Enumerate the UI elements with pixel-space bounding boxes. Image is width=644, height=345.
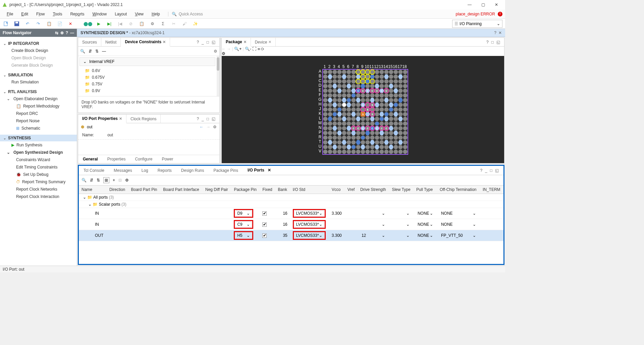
column-header[interactable]: Vref — [345, 186, 358, 194]
menu-edit[interactable]: Edit — [17, 12, 32, 16]
item-edit-timing[interactable]: Edit Timing Constraints — [0, 163, 77, 171]
close-tab-icon[interactable]: ✕ — [268, 168, 271, 172]
undo-button[interactable]: ↶ — [24, 20, 31, 27]
item-open-elaborated[interactable]: ⌄Open Elaborated Design — [0, 95, 77, 102]
column-header[interactable]: IN_TERM — [480, 186, 503, 194]
item-report-drc[interactable]: Report DRC — [0, 110, 77, 117]
column-header[interactable]: Pull Type — [414, 186, 437, 194]
item-run-synthesis[interactable]: ▶Run Synthesis — [0, 141, 77, 149]
item-create-block-design[interactable]: Create Block Design — [0, 47, 77, 54]
remove-icon[interactable]: — — [102, 49, 106, 54]
column-header[interactable]: Bank — [275, 186, 290, 194]
copy-icon[interactable]: 📋 — [46, 20, 52, 27]
settings-icon[interactable]: ⚙ — [149, 20, 156, 27]
menu-view[interactable]: View — [131, 12, 148, 16]
search-icon[interactable]: 🔍 — [82, 178, 87, 183]
link-icon[interactable]: ⬤⬤ — [85, 20, 91, 27]
nav-fwd-icon[interactable]: → — [227, 47, 231, 51]
column-header[interactable]: I/O Std — [290, 186, 329, 194]
tab-device[interactable]: Device✕ — [251, 38, 276, 46]
help-icon[interactable]: ? — [197, 40, 199, 45]
subtab-properties[interactable]: Properties — [103, 155, 130, 163]
gear-icon[interactable]: ⚙ — [222, 51, 225, 56]
design-error-label[interactable]: place_design ERROR — [456, 12, 495, 16]
minimize-button[interactable]: — — [463, 0, 476, 9]
item-constraints-wizard[interactable]: Constraints Wizard — [0, 156, 77, 163]
minimize-icon[interactable]: _ — [202, 40, 204, 45]
tab-reports[interactable]: Reports — [153, 166, 176, 175]
search-icon[interactable]: 🔍 — [80, 49, 85, 54]
close-tab-icon[interactable]: ✕ — [119, 117, 122, 121]
collapse-icon[interactable]: ⇆ — [55, 30, 58, 35]
zoom-in-icon[interactable]: 🔍+ — [234, 47, 241, 51]
maximize-icon[interactable]: ◱ — [212, 117, 215, 121]
item-report-clock-interaction[interactable]: Report Clock Interaction — [0, 193, 77, 200]
restore-icon[interactable]: □ — [207, 40, 209, 45]
delete-button[interactable]: ✕ — [67, 20, 74, 27]
item-setup-debug[interactable]: 🐞Set Up Debug — [0, 171, 77, 178]
run-step-button[interactable]: ▶| — [106, 20, 113, 27]
help-icon[interactable]: ? — [486, 40, 489, 45]
table-row[interactable]: OUTH5 ⌄✔35LVCMOS33* ⌄3.30012 ⌄ ⌄NONE ⌄FP… — [79, 230, 503, 241]
paste-icon[interactable]: 📄 — [56, 20, 63, 27]
minimize-panel-icon[interactable]: — — [70, 30, 74, 35]
collapse-all-icon[interactable]: ⇵ — [90, 178, 93, 183]
expand-all-icon[interactable]: ⇅ — [97, 178, 100, 183]
run-button[interactable]: ▶ — [95, 20, 102, 27]
tab-netlist[interactable]: Netlist — [101, 38, 121, 46]
help-icon[interactable]: ? — [66, 30, 68, 35]
step-back-icon[interactable]: |◀ — [117, 20, 123, 27]
column-header[interactable]: Neg Diff Pair — [203, 186, 231, 194]
subtab-general[interactable]: General — [78, 155, 103, 163]
save-button[interactable] — [13, 20, 20, 27]
gear-icon[interactable]: ⚙ — [213, 125, 217, 129]
table-row[interactable]: IND9 ⌄✔16LVCMOS33* ⌄3.300 ⌄ ⌄NONE ⌄NONE … — [79, 208, 503, 219]
pin-icon[interactable]: ⊕ — [60, 30, 64, 35]
collapse-all-icon[interactable]: ⇵ — [89, 49, 92, 54]
brush-icon[interactable]: 🖌 — [181, 20, 188, 27]
column-header[interactable]: Drive Strength — [358, 186, 389, 194]
zoom-fit-icon[interactable]: ⛶ — [252, 47, 256, 51]
section-simulation[interactable]: ⌄SIMULATION — [0, 72, 77, 78]
maximize-button[interactable]: ▢ — [476, 0, 490, 9]
sigma-icon[interactable]: Σ — [160, 20, 166, 27]
tab-package[interactable]: Package✕ — [222, 38, 251, 47]
maximize-icon[interactable]: ◱ — [496, 40, 500, 45]
maximize-icon[interactable]: ◱ — [212, 40, 215, 45]
gear-icon[interactable]: ⚙ — [214, 49, 217, 54]
item-run-simulation[interactable]: Run Simulation — [0, 78, 77, 86]
vref-item[interactable]: 📁0.75V — [78, 81, 217, 87]
tab-messages[interactable]: Messages — [109, 166, 137, 175]
column-header[interactable]: Name — [79, 186, 107, 194]
column-header[interactable]: Board Part Interface — [160, 186, 203, 194]
prev-icon[interactable]: ← — [200, 125, 204, 129]
error-icon[interactable]: ! — [498, 12, 502, 16]
item-report-clock-networks[interactable]: Report Clock Networks — [0, 186, 77, 193]
column-header[interactable]: Direction — [107, 186, 128, 194]
section-synthesis[interactable]: ⌄SYNTHESIS — [0, 135, 77, 141]
menu-help[interactable]: Help — [148, 12, 164, 16]
vref-item[interactable]: 📁0.9V — [78, 87, 217, 94]
close-tab-icon[interactable]: ✕ — [244, 40, 247, 44]
vref-item[interactable]: 📁0.6V — [78, 67, 217, 74]
table-row[interactable]: INC9 ⌄✔16LVCMOS33* ⌄ ⌄ ⌄NONE ⌄NONE ⌄ — [79, 219, 503, 230]
tab-tcl-console[interactable]: Tcl Console — [79, 166, 109, 175]
table-group-row[interactable]: ⌄ 📁 All ports (3) — [79, 194, 503, 201]
subtab-configure[interactable]: Configure — [130, 155, 157, 163]
column-header[interactable]: Package Pin — [231, 186, 260, 194]
quick-access[interactable]: 🔍 Quick Access — [168, 12, 206, 16]
wand-icon[interactable]: ✨ — [192, 20, 199, 27]
tab-io-port-properties[interactable]: I/O Port Properties✕ — [78, 115, 126, 123]
close-design-icon[interactable]: ✕ — [498, 30, 502, 35]
tab-io-ports[interactable]: I/O Ports✕ — [243, 166, 276, 175]
configure-icon[interactable]: ⊟ — [118, 178, 122, 183]
tab-package-pins[interactable]: Package Pins — [209, 166, 243, 175]
nav-back-icon[interactable]: ← — [222, 47, 226, 51]
menu-tools[interactable]: Tools — [49, 12, 66, 16]
item-report-noise[interactable]: Report Noise — [0, 117, 77, 125]
tab-device-constraints[interactable]: Device Constraints✕ — [121, 38, 170, 47]
new-button[interactable] — [3, 20, 9, 27]
minimize-icon[interactable]: _ — [485, 168, 487, 173]
scrollbar[interactable] — [217, 56, 219, 96]
maximize-icon[interactable]: ◱ — [495, 168, 499, 173]
